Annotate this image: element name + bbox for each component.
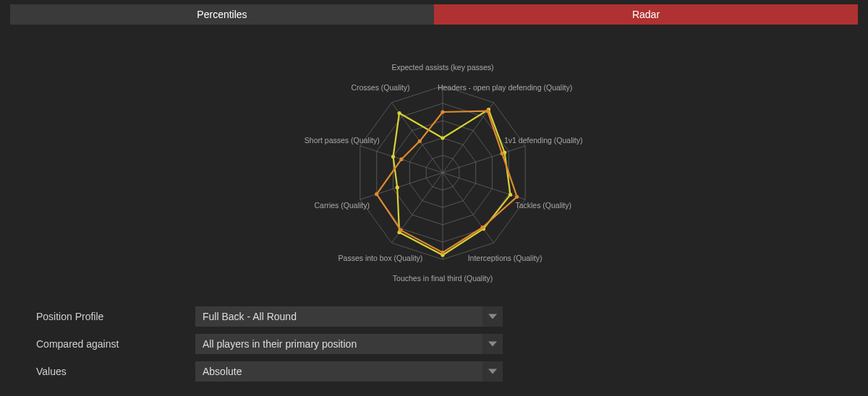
svg-point-24 <box>480 225 484 229</box>
values-label: Values <box>36 366 195 377</box>
compared-against-label: Compared against <box>36 338 195 350</box>
svg-point-27 <box>375 192 378 196</box>
svg-point-20 <box>441 110 444 113</box>
tab-percentiles[interactable]: Percentiles <box>10 4 434 25</box>
values-select[interactable]: Absolute <box>195 361 503 382</box>
svg-point-19 <box>397 111 401 115</box>
position-profile-label: Position Profile <box>36 311 195 322</box>
svg-point-23 <box>515 195 519 199</box>
svg-point-29 <box>418 139 422 143</box>
values-value: Absolute <box>203 366 242 377</box>
tabs: Percentiles Radar <box>10 4 858 25</box>
svg-point-22 <box>501 152 504 155</box>
svg-line-2 <box>443 146 525 173</box>
svg-line-7 <box>360 173 443 199</box>
controls-panel: Position Profile Full Back - All Round C… <box>0 299 868 382</box>
svg-point-17 <box>396 186 399 189</box>
svg-point-26 <box>399 228 403 232</box>
svg-point-21 <box>485 109 489 113</box>
svg-point-28 <box>399 158 403 161</box>
tab-radar[interactable]: Radar <box>434 4 858 25</box>
svg-point-10 <box>441 136 444 139</box>
compared-against-value: All players in their primary position <box>203 338 357 350</box>
position-profile-select[interactable]: Full Back - All Round <box>195 306 503 327</box>
compared-against-select[interactable]: All players in their primary position <box>195 334 503 354</box>
svg-line-4 <box>443 173 494 243</box>
svg-point-25 <box>441 251 444 254</box>
chevron-down-icon <box>482 361 503 382</box>
svg-line-1 <box>443 103 494 173</box>
svg-point-18 <box>391 155 395 158</box>
svg-point-13 <box>509 193 512 197</box>
position-profile-value: Full Back - All Round <box>203 311 297 322</box>
chevron-down-icon <box>482 334 503 354</box>
chevron-down-icon <box>482 306 503 327</box>
radar-chart: Expected assists (key passes)Headers - o… <box>0 25 868 299</box>
